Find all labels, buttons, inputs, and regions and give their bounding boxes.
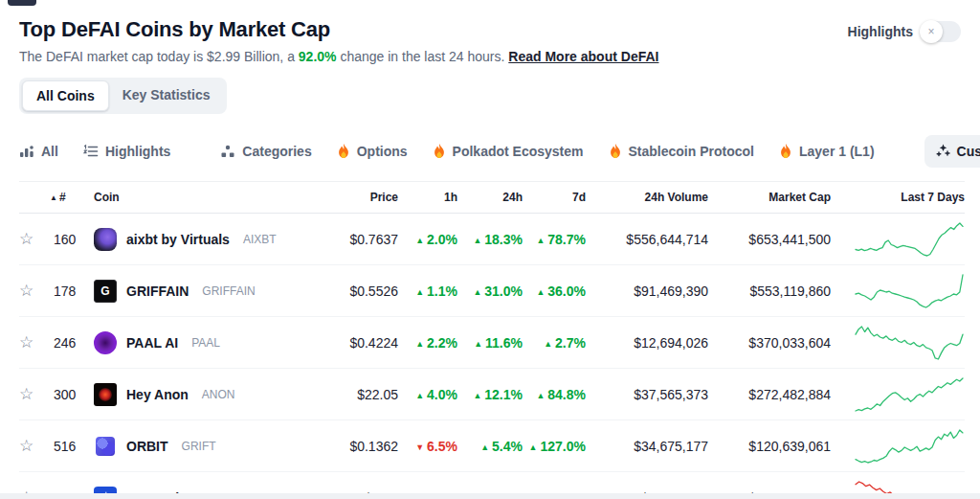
table-row[interactable]: ☆ 516 ORBITGRIFT $0.1362 6.5% 5.4% 127.0… — [19, 420, 965, 472]
coin-price: $0.1362 — [312, 420, 398, 472]
filter-stablecoin-protocol[interactable]: Stablecoin Protocol — [609, 144, 754, 159]
coin-price: $0.4224 — [312, 317, 398, 369]
header-coin[interactable]: Coin — [94, 182, 312, 214]
header-volume[interactable]: 24h Volume — [586, 182, 708, 214]
change-24h: 5.4% — [480, 439, 523, 454]
coin-name: GRIFFAIN — [126, 284, 189, 299]
change-7d: 36.0% — [536, 284, 586, 299]
coin-rank: 160 — [50, 214, 94, 265]
coin-symbol: GRIFT — [182, 440, 216, 453]
coin-volume: $91,469,390 — [586, 265, 708, 317]
coin-price: $0.7637 — [312, 214, 398, 265]
trend-arrow-icon — [415, 236, 424, 245]
hey-anon-logo — [94, 383, 117, 406]
change-24h: 18.3% — [473, 232, 523, 247]
sparkline-chart — [831, 420, 965, 472]
coin-name: ORBIT — [126, 439, 168, 454]
coin-rank: 516 — [50, 420, 94, 472]
highlights-toggle-group: Highlights × — [848, 17, 961, 42]
favorite-star-icon[interactable]: ☆ — [19, 437, 33, 455]
coin-rank: 178 — [50, 265, 94, 317]
filter-options[interactable]: Options — [337, 144, 408, 159]
filter-polkadot-label: Polkadot Ecosystem — [453, 144, 584, 159]
flame-icon — [433, 144, 446, 159]
list-icon — [83, 144, 99, 159]
filter-all[interactable]: All — [19, 144, 58, 159]
sparkline-chart — [831, 214, 965, 265]
highlights-toggle[interactable]: × — [921, 21, 961, 42]
coin-cell[interactable]: PAAL AIPAAL — [94, 331, 312, 354]
coin-name: Hey Anon — [126, 387, 189, 402]
tab-key-statistics[interactable]: Key Statistics — [109, 80, 224, 111]
trend-arrow-icon — [473, 236, 481, 245]
header-market-cap[interactable]: Market Cap — [708, 182, 831, 214]
coin-cell[interactable]: Hey AnonANON — [94, 383, 312, 406]
toggle-off-icon: × — [927, 25, 934, 38]
sparkline-chart — [831, 317, 965, 369]
header-24h[interactable]: 24h — [457, 182, 523, 214]
change-7d: 2.7% — [544, 335, 586, 351]
subtitle-prefix: The DeFAI market cap today is $2.99 Bill… — [19, 49, 299, 64]
customise-icon — [936, 143, 950, 160]
trend-arrow-icon — [415, 391, 424, 400]
paal-logo — [94, 331, 117, 354]
customise-button[interactable]: Customise — [924, 135, 980, 168]
trend-arrow-icon — [536, 391, 545, 400]
coin-cell[interactable]: GGRIFFAINGRIFFAIN — [94, 280, 312, 303]
bottom-strip — [0, 493, 980, 499]
header-rank[interactable]: ▲# — [50, 182, 94, 214]
filter-highlights[interactable]: Highlights — [83, 144, 170, 159]
category-filter-bar: All Highlights Categories Options Polkad… — [19, 135, 961, 168]
table-row[interactable]: ☆ 160 aixbt by VirtualsAIXBT $0.7637 2.0… — [19, 214, 965, 265]
filter-layer1-label: Layer 1 (L1) — [799, 144, 875, 159]
change-24h: 12.1% — [473, 387, 523, 402]
trend-arrow-icon — [529, 442, 538, 452]
tab-all-coins[interactable]: All Coins — [22, 80, 109, 111]
filter-polkadot-ecosystem[interactable]: Polkadot Ecosystem — [433, 144, 584, 159]
sort-asc-icon: ▲ — [50, 193, 57, 202]
coin-volume: $34,675,177 — [586, 420, 708, 472]
coins-table: ▲# Coin Price 1h 24h 7d 24h Volume Marke… — [19, 181, 965, 499]
view-tabs: All Coins Key Statistics — [19, 78, 227, 114]
filter-layer1[interactable]: Layer 1 (L1) — [779, 144, 875, 159]
customise-label: Customise — [957, 144, 980, 159]
flame-icon — [609, 144, 622, 159]
change-7d: 127.0% — [529, 439, 586, 454]
read-more-link[interactable]: Read More about DeFAI — [508, 49, 658, 64]
change-7d: 78.7% — [536, 232, 586, 247]
header-text: Top DeFAI Coins by Market Cap The DeFAI … — [19, 17, 658, 64]
header-7d[interactable]: 7d — [523, 182, 586, 214]
categories-icon — [220, 144, 235, 159]
coin-symbol: AIXBT — [243, 233, 277, 246]
change-1h: 4.0% — [415, 387, 457, 402]
header-price[interactable]: Price — [312, 182, 398, 214]
favorite-star-icon[interactable]: ☆ — [19, 230, 33, 248]
favorite-star-icon[interactable]: ☆ — [19, 333, 33, 352]
filter-stablecoin-label: Stablecoin Protocol — [629, 144, 754, 159]
coin-cell[interactable]: ORBITGRIFT — [94, 437, 312, 456]
table-row[interactable]: ☆ 300 Hey AnonANON $22.05 4.0% 12.1% 84.… — [19, 369, 965, 420]
favorite-star-icon[interactable]: ☆ — [19, 385, 33, 403]
table-header-row: ▲# Coin Price 1h 24h 7d 24h Volume Marke… — [19, 182, 965, 214]
flame-icon — [779, 144, 792, 159]
coin-market-cap: $553,119,860 — [708, 265, 831, 317]
trend-arrow-icon — [415, 339, 424, 349]
change-1h: 1.1% — [415, 284, 457, 299]
coin-symbol: ANON — [202, 388, 235, 401]
coin-price: $0.5526 — [312, 265, 398, 317]
coin-cell[interactable]: aixbt by VirtualsAIXBT — [94, 228, 312, 251]
page-header: Top DeFAI Coins by Market Cap The DeFAI … — [19, 0, 961, 64]
coin-name: PAAL AI — [126, 335, 178, 351]
change-24h: 31.0% — [473, 284, 523, 299]
trend-arrow-icon — [473, 391, 481, 400]
page-title: Top DeFAI Coins by Market Cap — [19, 17, 658, 42]
aixbt-logo — [94, 228, 117, 251]
filter-categories[interactable]: Categories — [220, 144, 311, 159]
table-row[interactable]: ☆ 246 PAAL AIPAAL $0.4224 2.2% 11.6% 2.7… — [19, 317, 965, 369]
coin-price: $22.05 — [312, 369, 398, 420]
table-row[interactable]: ☆ 178 GGRIFFAINGRIFFAIN $0.5526 1.1% 31.… — [19, 265, 965, 317]
header-last-7-days: Last 7 Days — [831, 182, 965, 214]
favorite-star-icon[interactable]: ☆ — [19, 282, 33, 300]
header-favorite — [19, 182, 50, 214]
header-1h[interactable]: 1h — [398, 182, 457, 214]
